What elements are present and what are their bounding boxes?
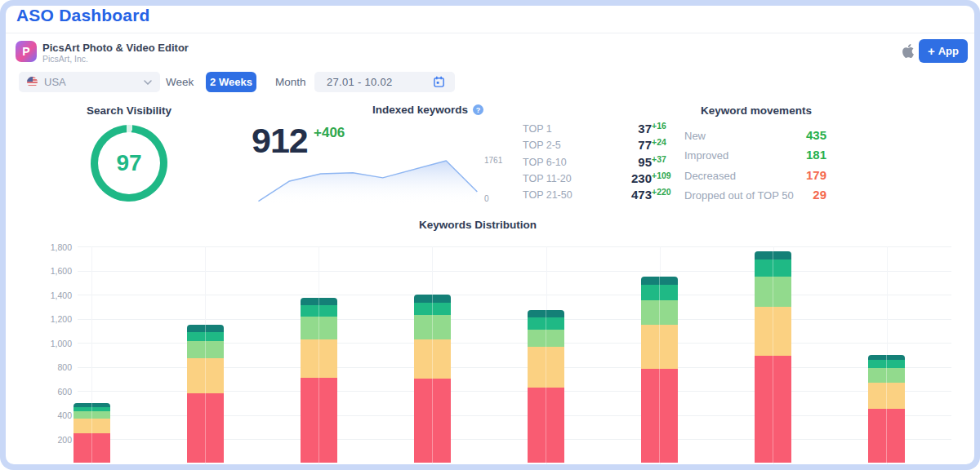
mini-chart-min-label: 0 [484,194,489,203]
usa-flag-icon [27,77,38,87]
period-option-week[interactable]: Week [166,76,194,88]
movement-value: 179 [806,168,826,182]
y-axis-tick-label: 1,200 [33,314,72,324]
top-positions-list: TOP 137+16TOP 2-577+24TOP 6-1095+37TOP 1… [523,121,686,203]
bar-segment-dark-teal [187,325,224,332]
stacked-bar [755,251,791,463]
app-developer: PicsArt, Inc. [42,54,88,64]
bar-segment-yellow [301,339,337,378]
top-position-delta: +24 [652,137,666,147]
movement-label: Improved [684,149,728,162]
date-range-picker[interactable]: 27.01 - 10.02 [314,72,455,92]
bar-segment-yellow [187,358,224,393]
mini-chart-max-label: 1761 [484,156,502,165]
bar-segment-light-green [414,315,451,339]
bar-segment-red [641,369,678,463]
bar-segment-green [301,305,337,317]
bar-segment-yellow [74,419,110,433]
dashboard-frame: ASO Dashboard P PicsArt Photo & Video Ed… [0,0,980,470]
top-position-label: TOP 6-10 [523,157,567,168]
keyword-movements-list: New435Improved181Decreased179Dropped out… [684,126,826,206]
top-position-value: 473 [631,188,652,202]
bar-segment-yellow [755,307,791,356]
movement-row: Improved181 [684,146,826,166]
movement-label: Decreased [684,170,736,182]
top-position-delta: +109 [652,171,671,180]
stacked-bar [301,298,337,463]
top-position-label: TOP 2-5 [523,140,561,151]
bar-segment-red [528,388,564,463]
movement-value: 435 [806,128,826,142]
y-axis-tick-label: 1,400 [33,290,72,300]
bar-segment-light-green [641,300,678,325]
search-visibility-gauge: 97 [87,122,171,205]
top-position-row: TOP 6-1095+37 [523,154,686,171]
bar-segment-light-green [74,411,110,419]
top-position-row: TOP 2-577+24 [523,137,686,153]
movement-row: New435 [684,126,826,146]
bar-segment-red [301,378,337,463]
bar-segment-light-green [301,317,337,339]
top-position-value: 95 [638,155,652,169]
bar-segment-green [755,259,791,277]
keyword-movements-title: Keyword movements [683,104,830,117]
bar-segment-yellow [528,347,564,387]
chevron-down-icon [144,80,152,85]
movement-label: Dropped out of TOP 50 [684,189,794,202]
calendar-icon [433,76,445,88]
top-position-row: TOP 137+16 [523,121,686,137]
bar-segment-light-green [868,368,905,383]
y-axis-tick-label: 800 [33,362,72,372]
bar-segment-green [528,317,564,330]
stacked-bar [187,325,224,463]
y-axis-tick-label: 1,600 [33,266,72,276]
bar-segment-dark-teal [528,310,564,317]
top-position-delta: +220 [652,187,671,197]
stacked-bar [868,355,905,463]
top-position-label: TOP 1 [523,123,552,135]
top-position-row: TOP 11-20230+109 [523,171,686,187]
movement-label: New [684,130,706,142]
stacked-bar [414,295,451,463]
apple-icon [902,44,914,58]
app-name: PicsArt Photo & Video Editor [42,42,189,54]
date-range-value: 27.01 - 10.02 [327,76,433,88]
bar-segment-yellow [414,339,451,379]
bar-segment-green [187,332,224,341]
period-option-month[interactable]: Month [275,76,306,88]
add-app-button[interactable]: + App [919,39,968,63]
bar-segment-red [74,433,110,463]
bar-segment-green [414,303,451,315]
stacked-bar [641,277,678,463]
bar-segment-dark-teal [414,295,451,303]
stacked-bar [74,403,110,463]
indexed-keywords-delta: +406 [314,125,345,141]
search-visibility-title: Search Visibility [65,104,193,117]
gridline-horizontal [78,319,951,320]
bar-segment-dark-teal [641,277,678,285]
gridline-horizontal [78,295,951,295]
country-select[interactable]: USA [19,72,160,92]
indexed-keywords-value: 912 [252,121,308,161]
top-position-delta: +16 [652,121,666,131]
top-position-label: TOP 21-50 [523,189,572,201]
bar-segment-red [187,393,224,463]
gridline-horizontal [78,246,951,247]
bar-segment-yellow [868,383,905,409]
top-position-value: 77 [638,138,652,152]
header-divider [6,33,974,33]
bar-segment-light-green [528,330,564,347]
y-axis-tick-label: 1,800 [33,242,72,252]
top-position-label: TOP 11-20 [523,173,572,184]
bar-segment-red [414,379,451,463]
top-position-row: TOP 21-50473+220 [523,187,686,203]
indexed-keywords-trend-chart [252,157,483,206]
info-icon[interactable]: ? [473,104,483,115]
period-option-2weeks-selected[interactable]: 2 Weeks [206,72,256,92]
plus-icon: + [928,44,935,58]
top-position-value: 37 [638,122,652,135]
bar-segment-green [641,285,678,300]
y-axis-tick-label: 400 [33,410,72,420]
bar-segment-yellow [641,325,678,370]
movement-value: 29 [813,188,826,202]
